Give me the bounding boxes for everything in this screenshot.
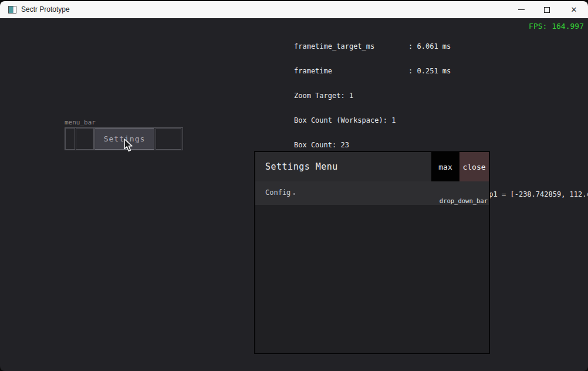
panel-max-button[interactable]: max bbox=[431, 152, 459, 181]
maximize-icon bbox=[544, 7, 550, 13]
window-title: Sectr Prototype bbox=[21, 1, 70, 18]
settings-panel-body bbox=[255, 205, 489, 353]
menu-bar-cell bbox=[65, 128, 75, 150]
settings-panel-titlebar[interactable]: Settings Menu max close bbox=[255, 152, 489, 181]
debug-line: Box Count (Workspace): 1 bbox=[294, 116, 588, 124]
close-button[interactable]: ✕ bbox=[561, 1, 587, 18]
debug-line: frametime : 0.251 ms bbox=[294, 67, 588, 75]
menu-bar-cell bbox=[156, 128, 181, 150]
settings-panel-title: Settings Menu bbox=[265, 152, 338, 181]
close-icon: ✕ bbox=[571, 5, 577, 14]
settings-menu-panel: Settings Menu max close Config drop_down… bbox=[254, 151, 490, 354]
mouse-cursor-icon bbox=[124, 139, 134, 153]
maximize-button[interactable] bbox=[534, 1, 560, 18]
os-titlebar: Sectr Prototype ✕ bbox=[0, 1, 588, 18]
debug-line: Zoom Target: 1 bbox=[294, 92, 588, 100]
minimize-icon bbox=[518, 9, 525, 10]
debug-line: Box Count: 23 bbox=[294, 141, 588, 149]
menu-bar-label: menu_bar bbox=[65, 119, 96, 126]
app-content: FPS: 164.997 frametime_target_ms : 6.061… bbox=[0, 18, 588, 371]
config-dropdown-row[interactable]: Config drop_down_bar bbox=[255, 181, 489, 205]
debug-line: frametime_target_ms : 6.061 ms bbox=[294, 42, 588, 50]
app-window: Sectr Prototype ✕ FPS: 164.997 frametime… bbox=[0, 0, 588, 371]
config-label: Config bbox=[265, 181, 290, 205]
panel-close-button[interactable]: close bbox=[459, 152, 489, 181]
config-indicator-dot bbox=[293, 193, 295, 195]
drop-down-bar-label: drop_down_bar bbox=[440, 197, 488, 204]
menu-bar-cell bbox=[76, 128, 94, 150]
minimize-button[interactable] bbox=[508, 1, 534, 18]
app-icon bbox=[8, 6, 16, 14]
